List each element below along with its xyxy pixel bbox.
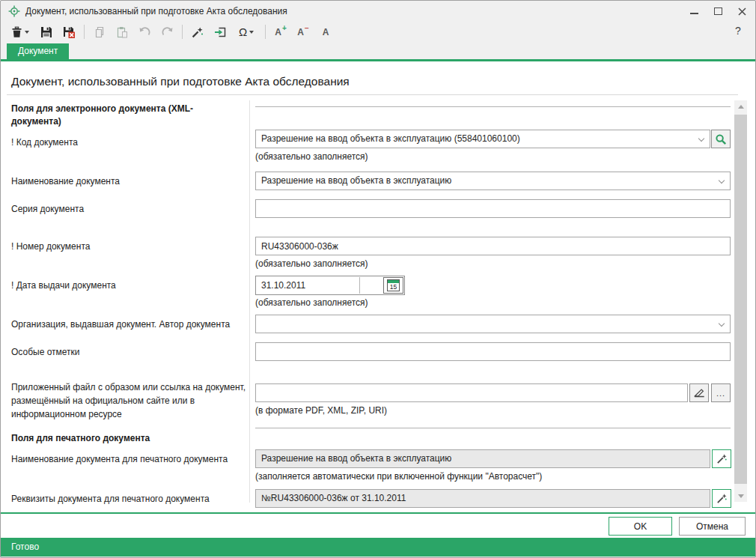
chevron-down-icon	[719, 321, 725, 327]
series-input[interactable]	[255, 199, 731, 218]
scroll-up-button[interactable]	[734, 100, 747, 112]
minimize-icon	[690, 13, 698, 14]
issue-date-field: 15	[255, 276, 405, 295]
close-icon	[738, 7, 746, 16]
calendar-icon: 15	[387, 279, 400, 291]
arrow-down-icon	[738, 494, 744, 498]
trash-icon	[11, 26, 22, 38]
window-title: Документ, использованный при подготовке …	[25, 1, 287, 22]
delete-button[interactable]	[7, 23, 34, 41]
organization-combobox[interactable]	[255, 315, 731, 333]
print-requisites-autocalc-button[interactable]	[712, 489, 731, 508]
scroll-down-button[interactable]	[734, 490, 747, 502]
status-bar: Готово	[1, 538, 755, 557]
toolbar-separator	[265, 25, 266, 39]
arrow-up-icon	[738, 105, 744, 109]
label-attached-file: Приложенный файл с образом или ссылка на…	[11, 380, 249, 421]
special-marks-input[interactable]	[255, 342, 731, 361]
hint-date-required: (обязательно заполняется)	[255, 297, 368, 308]
app-crosshair-icon	[8, 5, 20, 17]
name-combobox[interactable]: Разрешение на ввод объекта в эксплуатаци…	[255, 172, 731, 190]
font-decrease-icon: A	[297, 27, 304, 37]
browse-file-button[interactable]: ...	[711, 383, 731, 402]
ok-button[interactable]: OK	[609, 517, 672, 536]
cancel-button[interactable]: Отмена	[679, 517, 746, 536]
name-value: Разрешение на ввод объекта в эксплуатаци…	[261, 175, 451, 186]
undo-icon	[138, 26, 151, 38]
magic-wand-icon	[192, 26, 204, 38]
toolbar: Ω A+ A− A	[1, 22, 755, 42]
hint-number-required: (обязательно заполняется)	[255, 258, 368, 269]
font-decrease-button[interactable]: A−	[293, 23, 313, 41]
font-reset-button[interactable]: A	[316, 23, 335, 41]
code-search-button[interactable]	[711, 130, 731, 148]
issue-date-input[interactable]	[257, 277, 360, 294]
column-divider	[249, 100, 250, 503]
label-print-requisites: Реквизиты документа для печатного докуме…	[11, 492, 249, 506]
section-print-header: Поля для печатного документа	[11, 432, 236, 445]
copy-icon	[94, 26, 106, 38]
tab-document[interactable]: Документ	[7, 43, 69, 59]
titlebar: Документ, использованный при подготовке …	[1, 1, 755, 22]
code-value: Разрешение на ввод объекта в эксплуатаци…	[261, 133, 520, 144]
redo-icon	[161, 26, 174, 38]
autocalc-wand-button[interactable]	[188, 23, 207, 41]
label-print-name: Наименование документа для печатного док…	[11, 452, 249, 466]
magic-wand-icon	[716, 453, 728, 464]
save-icon	[40, 26, 52, 38]
insert-from-list-button[interactable]	[210, 23, 230, 41]
label-name: Наименование документа	[11, 175, 249, 188]
attached-file-input[interactable]	[255, 383, 688, 402]
omega-icon: Ω	[239, 26, 247, 38]
chevron-down-icon	[719, 178, 725, 184]
chevron-down-icon	[249, 31, 254, 34]
paste-button[interactable]	[112, 23, 132, 41]
calendar-icon-day: 15	[388, 283, 399, 291]
plus-sign: +	[282, 24, 287, 32]
label-special-marks: Особые отметки	[11, 345, 249, 359]
save-cancel-icon	[63, 26, 75, 38]
status-text: Готово	[11, 542, 39, 552]
calendar-button[interactable]: 15	[383, 277, 403, 294]
print-requisites-value: №RU43306000-036ж от 31.10.2011	[261, 493, 406, 503]
save-and-close-button[interactable]	[59, 23, 79, 41]
scrollbar-vertical[interactable]	[734, 100, 747, 502]
scan-button[interactable]	[689, 383, 709, 402]
help-button[interactable]: ?	[728, 22, 748, 40]
undo-button[interactable]	[135, 23, 154, 41]
print-name-value: Разрешение на ввод объекта в эксплуатаци…	[261, 453, 451, 464]
toolbar-separator	[84, 25, 85, 39]
page-title: Документ, использованный при подготовке …	[11, 75, 350, 88]
magic-wand-icon	[716, 493, 728, 504]
number-input[interactable]	[255, 237, 731, 255]
font-increase-icon: A	[275, 27, 281, 37]
font-increase-button[interactable]: A+	[271, 23, 290, 41]
label-number: ! Номер документа	[11, 240, 249, 253]
font-reset-icon: A	[323, 27, 329, 37]
close-button[interactable]	[730, 1, 754, 22]
redo-button[interactable]	[157, 23, 177, 41]
special-symbols-button[interactable]: Ω	[233, 23, 260, 41]
section-rule	[255, 106, 731, 107]
copy-button[interactable]	[90, 23, 109, 41]
print-name-autocalc-button[interactable]	[712, 449, 731, 468]
scrollbar-thumb[interactable]	[734, 115, 747, 484]
label-series: Серия документа	[11, 202, 249, 216]
hint-file-format: (в формате PDF, XML, ZIP, URI)	[255, 405, 387, 416]
import-arrow-icon	[214, 26, 227, 38]
code-combobox[interactable]: Разрешение на ввод объекта в эксплуатаци…	[255, 130, 710, 148]
toolbar-separator	[182, 25, 183, 39]
maximize-icon	[714, 7, 722, 15]
window-controls	[682, 1, 754, 22]
minus-sign: −	[305, 24, 309, 32]
label-issue-date: ! Дата выдачи документа	[11, 279, 249, 292]
maximize-button[interactable]	[706, 1, 730, 22]
print-name-field: Разрешение на ввод объекта в эксплуатаци…	[255, 449, 710, 468]
section-rule	[255, 428, 731, 428]
minimize-button[interactable]	[682, 1, 706, 22]
dialog-window: Документ, использованный при подготовке …	[0, 0, 756, 558]
section-xml-header: Поля для электронного документа (XML-док…	[11, 103, 236, 128]
hint-code-required: (обязательно заполняется)	[255, 151, 368, 162]
ellipsis-icon: ...	[716, 389, 725, 398]
save-button[interactable]	[37, 23, 56, 41]
